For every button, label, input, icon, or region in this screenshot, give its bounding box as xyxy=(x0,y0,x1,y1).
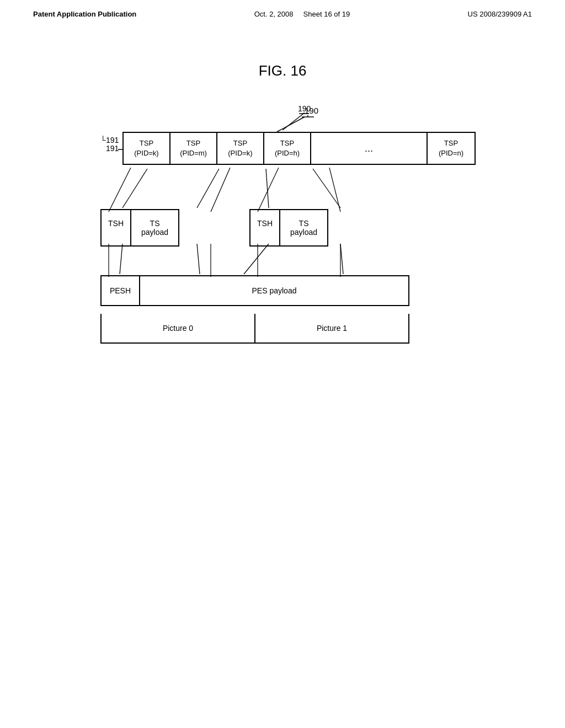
svg-line-23 xyxy=(244,244,269,274)
tsp-row: TSP (PID=k) TSP (PID=m) TSP (PID=k) TSP … xyxy=(122,132,476,165)
svg-line-24 xyxy=(340,244,343,274)
svg-line-21 xyxy=(120,244,122,274)
svg-line-3 xyxy=(277,117,305,132)
picture-0-cell: Picture 0 xyxy=(102,314,255,342)
fig-title: FIG. 16 xyxy=(259,62,307,79)
ts-payload-2: TS payload xyxy=(280,210,327,245)
tsh-block-2: TSH TS payload xyxy=(249,209,328,247)
tsh-cell-1: TSH xyxy=(102,210,131,245)
picture-1-cell: Picture 1 xyxy=(255,314,408,342)
svg-line-7 xyxy=(211,168,230,212)
tsp-last: TSP (PID=n) xyxy=(428,133,475,164)
header-left: Patent Application Publication xyxy=(33,10,136,18)
svg-line-20 xyxy=(313,169,340,208)
svg-line-22 xyxy=(197,244,200,274)
tsh-cell-2: TSH xyxy=(250,210,280,245)
tsp-cell-3: TSP (PID=k) xyxy=(217,133,264,164)
picture-row: Picture 0 Picture 1 xyxy=(100,314,409,344)
tsp-cell-4: TSP (PID=h) xyxy=(264,133,311,164)
tsp-cell-1: TSP (PID=k) xyxy=(124,133,170,164)
header-right: US 2008/239909 A1 xyxy=(468,10,532,18)
pes-row: PESH PES payload xyxy=(100,275,409,306)
pes-payload-cell: PES payload xyxy=(140,276,408,305)
svg-line-19 xyxy=(266,169,269,208)
label-191: └191 xyxy=(100,136,119,144)
tsp-dots: ... xyxy=(311,133,428,164)
svg-text:190: 190 xyxy=(305,106,318,115)
tsp-cell-2: TSP (PID=m) xyxy=(170,133,217,164)
label-190-text: 190 xyxy=(298,104,311,113)
svg-line-17 xyxy=(122,169,147,208)
svg-line-8 xyxy=(258,168,279,212)
svg-line-16 xyxy=(282,114,303,130)
figure-area: FIG. 16 190 191 xyxy=(0,62,565,410)
svg-line-6 xyxy=(109,168,131,212)
diagram: 190 191 └191 xyxy=(89,101,476,410)
svg-line-9 xyxy=(329,168,340,212)
header-date: Oct. 2, 2008 Sheet 16 of 19 xyxy=(254,10,350,18)
ts-payload-1: TS payload xyxy=(131,210,178,245)
svg-line-18 xyxy=(197,169,219,208)
pesh-cell: PESH xyxy=(102,276,140,305)
svg-text:191: 191 xyxy=(106,144,119,153)
tsh-block-1: TSH TS payload xyxy=(100,209,179,247)
page-header: Patent Application Publication Oct. 2, 2… xyxy=(0,0,565,18)
